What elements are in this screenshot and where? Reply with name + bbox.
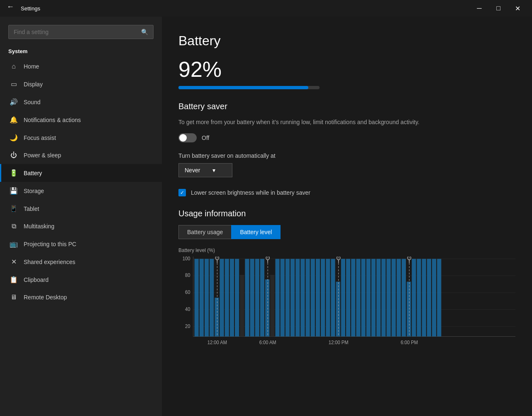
sidebar-item-label: Shared experiences: [24, 259, 76, 265]
sidebar-item-display[interactable]: ▭ Display: [0, 75, 162, 93]
svg-rect-55: [412, 259, 416, 337]
svg-rect-17: [220, 259, 224, 337]
battery-icon: 🔋: [10, 169, 18, 177]
svg-rect-34: [306, 259, 310, 337]
svg-rect-32: [295, 259, 300, 337]
sidebar-item-clipboard[interactable]: 📋 Clipboard: [0, 271, 162, 289]
sidebar-item-label: Tablet: [24, 206, 39, 212]
toggle-label: Off: [202, 135, 209, 141]
sidebar-item-notifications[interactable]: 🔔 Notifications & actions: [0, 111, 162, 129]
sidebar-item-shared[interactable]: ✕ Shared experiences: [0, 253, 162, 271]
svg-rect-44: [356, 259, 360, 337]
svg-rect-29: [281, 259, 285, 337]
tab-row: Battery usage Battery level: [178, 225, 515, 239]
close-button[interactable]: ✕: [508, 0, 527, 17]
titlebar: ← Settings ─ □ ✕: [0, 0, 532, 17]
sidebar-item-label: Multitasking: [24, 223, 54, 230]
svg-rect-24: [255, 259, 259, 337]
battery-saver-toggle[interactable]: [178, 133, 197, 142]
power-icon: ⏻: [10, 152, 18, 159]
saver-description: To get more from your battery when it’s …: [178, 118, 427, 127]
tab-battery-usage[interactable]: Battery usage: [178, 225, 231, 239]
svg-rect-27: [270, 275, 274, 337]
svg-rect-13: [200, 259, 204, 337]
svg-rect-30: [286, 259, 290, 337]
storage-icon: 💾: [10, 187, 18, 195]
svg-rect-53: [402, 259, 406, 337]
maximize-button[interactable]: □: [489, 0, 508, 17]
svg-text:6:00 AM: 6:00 AM: [259, 340, 276, 345]
svg-rect-45: [361, 259, 366, 337]
dropdown-value: Never: [185, 167, 200, 174]
sidebar-item-label: Focus assist: [24, 135, 56, 141]
sidebar-item-home[interactable]: ⌂ Home: [0, 58, 162, 75]
sidebar-item-multitasking[interactable]: ⧉ Multitasking: [0, 218, 162, 235]
toggle-row: Off: [178, 133, 515, 142]
svg-rect-22: [245, 259, 249, 337]
page-title: Battery: [178, 33, 515, 49]
home-icon: ⌂: [10, 63, 18, 70]
sidebar-item-remote[interactable]: 🖥 Remote Desktop: [0, 289, 162, 306]
brightness-checkbox[interactable]: ✓: [178, 189, 186, 196]
toggle-knob: [179, 134, 187, 142]
svg-rect-38: [326, 259, 330, 337]
chart-wrapper: 100 80 60 40 20: [178, 257, 515, 348]
projecting-icon: 📺: [10, 240, 18, 248]
svg-rect-59: [432, 259, 436, 337]
search-input[interactable]: [14, 29, 138, 35]
battery-saver-dropdown[interactable]: Never ▾: [178, 163, 232, 177]
sidebar-item-tablet[interactable]: 📱 Tablet: [0, 200, 162, 218]
svg-rect-50: [386, 259, 390, 337]
sidebar-section-label: System: [0, 43, 162, 58]
sidebar-item-label: Remote Desktop: [24, 294, 67, 301]
checkbox-row: ✓ Lower screen brightness while in batte…: [178, 189, 515, 196]
display-icon: ▭: [10, 80, 18, 88]
sidebar-item-sound[interactable]: 🔊 Sound: [0, 93, 162, 111]
check-icon: ✓: [180, 190, 184, 196]
svg-rect-43: [351, 259, 355, 337]
battery-bar-container: [178, 86, 320, 89]
checkbox-label: Lower screen brightness while in battery…: [191, 189, 310, 196]
sidebar-item-storage[interactable]: 💾 Storage: [0, 182, 162, 200]
notifications-icon: 🔔: [10, 116, 18, 124]
sidebar-item-label: Display: [24, 81, 43, 88]
svg-rect-56: [417, 259, 421, 337]
sidebar-item-focus[interactable]: 🌙 Focus assist: [0, 129, 162, 147]
multitasking-icon: ⧉: [10, 223, 18, 230]
svg-text:100: 100: [183, 257, 190, 261]
sidebar-item-label: Notifications & actions: [24, 117, 81, 123]
sidebar-item-battery[interactable]: 🔋 Battery: [0, 164, 162, 182]
saver-section-title: Battery saver: [178, 102, 515, 111]
svg-rect-52: [397, 259, 401, 337]
svg-rect-16: [215, 298, 219, 337]
minimize-button[interactable]: ─: [470, 0, 489, 17]
back-button[interactable]: ←: [5, 1, 16, 13]
svg-rect-31: [290, 259, 295, 337]
svg-rect-51: [392, 259, 396, 337]
sidebar-item-label: Sound: [24, 99, 40, 105]
sidebar-item-label: Home: [24, 63, 39, 70]
svg-rect-48: [376, 259, 381, 337]
svg-text:12:00 PM: 12:00 PM: [329, 340, 349, 345]
titlebar-controls: ─ □ ✕: [470, 0, 527, 17]
sidebar-item-label: Battery: [24, 170, 42, 176]
battery-chart: 100 80 60 40 20: [178, 257, 515, 348]
svg-rect-15: [210, 259, 214, 337]
dropdown[interactable]: Never ▾: [178, 163, 515, 177]
svg-text:60: 60: [185, 289, 190, 295]
sidebar-item-label: Power & sleep: [24, 152, 61, 159]
tab-battery-level[interactable]: Battery level: [231, 225, 281, 239]
svg-rect-54: [407, 282, 411, 337]
svg-rect-42: [346, 259, 350, 337]
sidebar-item-projecting[interactable]: 📺 Projecting to this PC: [0, 235, 162, 253]
battery-bar-fill: [178, 86, 308, 89]
svg-rect-23: [250, 259, 254, 337]
main-panel: Battery 92% Battery saver To get more fr…: [162, 17, 532, 416]
svg-rect-47: [371, 259, 376, 337]
clipboard-icon: 📋: [10, 276, 18, 284]
svg-text:40: 40: [185, 306, 190, 312]
sidebar-item-power[interactable]: ⏻ Power & sleep: [0, 147, 162, 164]
search-box[interactable]: 🔍: [8, 25, 154, 39]
svg-rect-18: [225, 259, 229, 337]
svg-rect-39: [331, 259, 335, 337]
